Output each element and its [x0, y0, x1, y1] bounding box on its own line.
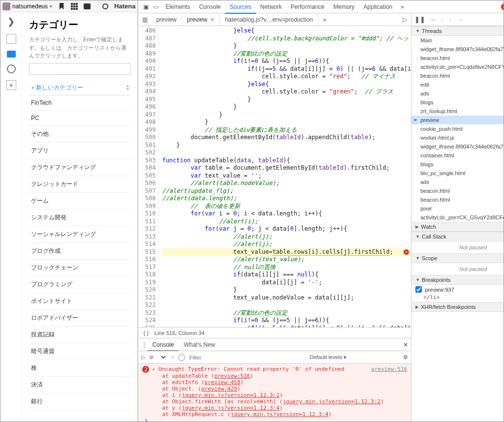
hatena-logo[interactable]: Hatena	[114, 2, 135, 10]
category-item[interactable]: ロボアドバイザー	[29, 310, 130, 327]
thread-item[interactable]: cookie_push.html	[411, 124, 504, 133]
drawer-menu-icon[interactable]: ⋮	[141, 341, 147, 348]
error-source-link[interactable]: preview:516	[371, 366, 407, 372]
thread-item[interactable]: preview	[411, 116, 504, 124]
thread-item[interactable]: blogs	[411, 160, 504, 169]
device-toggle-icon[interactable]: ▭	[151, 3, 160, 10]
category-item[interactable]: PC	[29, 111, 130, 126]
step-over-icon[interactable]: ⤼	[430, 16, 436, 23]
log-levels[interactable]: Default levels ▾	[310, 354, 346, 361]
thread-item[interactable]: beacon.html	[411, 186, 504, 195]
user-menu[interactable]: natsumedeus ▾	[2, 2, 52, 10]
category-item[interactable]: ポイントサイト	[29, 293, 130, 310]
stack-link[interactable]: preview:516	[214, 373, 250, 379]
thread-item[interactable]: worker-html.js	[411, 133, 504, 142]
pretty-print-icon[interactable]: { }	[143, 330, 148, 336]
pushpin-icon[interactable]	[102, 3, 108, 9]
devtools-tab-network[interactable]: Network	[256, 1, 286, 13]
error-marker-icon[interactable]: ✕	[404, 249, 409, 255]
devtools-tab-elements[interactable]: Elements	[161, 1, 194, 13]
comment-icon[interactable]	[84, 3, 91, 9]
step-icon[interactable]: →	[457, 16, 463, 23]
category-item[interactable]: 株	[29, 360, 130, 377]
category-item[interactable]: ブロックチェーン	[29, 260, 130, 276]
close-icon[interactable]: ✕	[210, 17, 215, 23]
pause-icon[interactable]: ❚❚	[414, 16, 425, 23]
add-icon[interactable]: +	[6, 80, 16, 90]
category-item[interactable]: ソーシャルレンディング	[29, 226, 130, 243]
stack-link[interactable]: jquery.min.js?version=1.12.3:2	[182, 392, 280, 398]
devtools-tab-console[interactable]: Console	[194, 1, 225, 13]
devtools-tab-sources[interactable]: Sources	[225, 1, 255, 14]
thread-item[interactable]: beacon.html	[411, 71, 504, 80]
category-item[interactable]: アプリ	[29, 143, 130, 159]
collapse-chevron-icon[interactable]: ❯	[7, 16, 15, 27]
thread-item[interactable]: container.html	[411, 151, 504, 160]
category-item[interactable]: 投資記録	[29, 327, 130, 343]
xhr-breakpoints-header[interactable]: ▶XHR/fetch Breakpoints	[411, 302, 504, 312]
more-files-icon[interactable]: »	[318, 16, 331, 23]
category-item[interactable]: ブログ作成	[29, 243, 130, 260]
step-out-icon[interactable]: ↑	[449, 16, 452, 23]
category-input[interactable]	[29, 63, 130, 75]
step-into-icon[interactable]: ↓	[441, 16, 444, 23]
console-filter-input[interactable]	[189, 355, 253, 361]
folder-icon[interactable]	[7, 51, 16, 58]
console-settings-icon[interactable]: ⚙	[403, 354, 408, 361]
context-select[interactable]	[158, 353, 167, 362]
thread-item[interactable]: activityi;dc_pre=CLqdsNve2N8CFYtliwodJQE…	[411, 62, 504, 71]
category-item[interactable]: クラウドファンディング	[29, 159, 130, 176]
category-item[interactable]: その他	[29, 126, 130, 143]
category-item[interactable]: プログラミング	[29, 276, 130, 293]
stack-link[interactable]: jquery.min.js?version=1.12.3:2	[283, 398, 380, 405]
category-item[interactable]: ゲーム	[29, 193, 130, 210]
clear-console-icon[interactable]: ⊘	[149, 354, 154, 361]
console-prompt[interactable]: ❯	[142, 418, 407, 422]
thread-item[interactable]: ads	[411, 178, 504, 186]
breakpoint-checkbox[interactable]	[415, 286, 422, 293]
thread-item[interactable]: widget_iframe.8f9047c344e062fa7c7ada2fa8…	[411, 142, 504, 151]
file-play-icon[interactable]: ▷	[398, 16, 411, 23]
thread-item[interactable]: pixel	[411, 204, 504, 213]
error-badge[interactable]: ✕	[501, 3, 504, 10]
devtools-tab-memory[interactable]: Memory	[329, 1, 359, 13]
stack-link[interactable]: preview:429	[201, 386, 237, 392]
more-tabs-icon[interactable]: »	[398, 3, 407, 10]
console-output[interactable]: 2▸Uncaught TypeError: Cannot read proper…	[138, 364, 411, 422]
file-tab[interactable]: hatenablog.js?v…env=production	[220, 14, 318, 25]
thread-item[interactable]: beacon.html	[411, 54, 504, 62]
live-expression-icon[interactable]	[178, 354, 185, 361]
devtools-tab-application[interactable]: Application	[359, 1, 397, 13]
inspect-icon[interactable]: ▣	[141, 3, 150, 10]
thread-item[interactable]: blo_pc_single.html	[411, 169, 504, 178]
stack-link[interactable]: jquery.min.js?version=1.12.3:4	[182, 405, 280, 411]
stack-link[interactable]: preview:458	[205, 379, 241, 386]
navigator-icon[interactable]: ▥	[138, 16, 151, 23]
threads-header[interactable]: ▼Threads	[411, 26, 504, 36]
category-item[interactable]: 決済	[29, 377, 130, 393]
close-drawer-icon[interactable]: ✕	[403, 341, 408, 348]
devtools-tab-performance[interactable]: Performance	[286, 1, 329, 13]
edit-icon[interactable]	[6, 34, 16, 44]
breakpoint-item[interactable]: preview:937	[411, 285, 504, 294]
thread-item[interactable]: Main	[411, 36, 504, 45]
thread-item[interactable]: edit	[411, 80, 504, 89]
console-play-icon[interactable]: ▷	[141, 354, 145, 361]
thread-item[interactable]: zrt_lookup.html	[411, 107, 504, 116]
new-category-button[interactable]: ＋新しいカテゴリー	[30, 84, 83, 92]
bookmark-icon[interactable]	[58, 3, 65, 10]
drawer-tab[interactable]: Console	[147, 339, 179, 351]
scope-header[interactable]: ▼Scope	[411, 253, 504, 263]
category-item[interactable]: 銀行	[29, 393, 130, 410]
thread-item[interactable]: beacon.html	[411, 195, 504, 204]
code-editor[interactable]: 486 487 488 489 490 491 492 493 494 495 …	[138, 26, 411, 327]
category-item[interactable]: FinTech	[29, 95, 130, 111]
file-tab[interactable]: preview	[151, 14, 182, 25]
breakpoints-header[interactable]: ▼Breakpoints	[411, 275, 504, 285]
apps-grid-icon[interactable]	[71, 3, 78, 10]
gear-icon[interactable]	[7, 64, 16, 73]
file-tab[interactable]: preview✕	[182, 14, 220, 25]
thread-item[interactable]: widget_iframe.8f9047c344e062fa7c7ada2fa8…	[411, 45, 504, 54]
thread-item[interactable]: blogs	[411, 98, 504, 107]
watch-header[interactable]: ▶Watch	[411, 222, 504, 232]
